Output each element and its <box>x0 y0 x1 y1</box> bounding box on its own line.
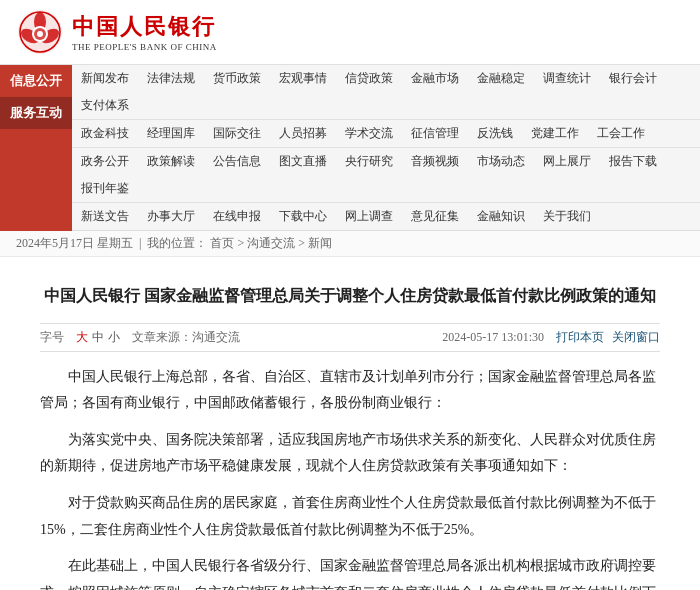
side-menu: 信息公开 服务互动 <box>0 65 72 231</box>
font-large[interactable]: 大 <box>76 329 88 346</box>
article-para-1: 中国人民银行上海总部，各省、自治区、直辖市及计划单列市分行；国家金融监督管理总局… <box>40 364 660 417</box>
logo-chinese: 中国人民银行 <box>72 12 217 42</box>
meta-right: 2024-05-17 13:01:30 打印本页 关闭窗口 <box>442 329 660 346</box>
article-para-3: 对于贷款购买商品住房的居民家庭，首套住房商业性个人住房贷款最低首付款比例调整为不… <box>40 490 660 543</box>
subnav-link[interactable]: 政金科技 <box>72 120 138 147</box>
subnav-link[interactable]: 央行研究 <box>336 148 402 175</box>
subnav-row-1: 新闻发布 法律法规 货币政策 宏观事情 信贷政策 金融市场 金融稳定 调查统计 … <box>72 65 700 120</box>
subnav-link[interactable]: 在线申报 <box>204 203 270 230</box>
breadcrumb: 2024年5月17日 星期五 | 我的位置： 首页 > 沟通交流 > 新闻 <box>0 231 700 257</box>
article-title: 中国人民银行 国家金融监督管理总局关于调整个人住房贷款最低首付款比例政策的通知 <box>40 283 660 309</box>
subnav-row-4: 新送文告 办事大厅 在线申报 下载中心 网上调查 意见征集 金融知识 关于我们 <box>72 203 700 230</box>
svg-point-7 <box>37 31 43 37</box>
breadcrumb-date: 2024年5月17日 星期五 <box>16 236 133 250</box>
breadcrumb-home[interactable]: 首页 <box>210 236 234 250</box>
subnav-link[interactable]: 金融知识 <box>468 203 534 230</box>
main-content: 中国人民银行 国家金融监督管理总局关于调整个人住房贷款最低首付款比例政策的通知 … <box>0 257 700 590</box>
source-label: 文章来源：沟通交流 <box>132 329 240 346</box>
subnav-link[interactable]: 金融市场 <box>402 65 468 92</box>
subnav-link[interactable]: 人员招募 <box>270 120 336 147</box>
subnav-link[interactable]: 图文直播 <box>270 148 336 175</box>
subnav-link[interactable]: 政务公开 <box>72 148 138 175</box>
subnav-link[interactable]: 党建工作 <box>522 120 588 147</box>
logo-emblem <box>16 8 64 56</box>
font-size-controls: 大 中 小 <box>76 329 120 346</box>
subnav-link[interactable]: 下载中心 <box>270 203 336 230</box>
side-menu-info[interactable]: 信息公开 <box>0 65 72 97</box>
breadcrumb-path3[interactable]: 新闻 <box>308 236 332 250</box>
subnav-link[interactable]: 信贷政策 <box>336 65 402 92</box>
subnav-link[interactable]: 工会工作 <box>588 120 654 147</box>
subnav-link[interactable]: 新送文告 <box>72 203 138 230</box>
subnav-row-2: 政金科技 经理国库 国际交往 人员招募 学术交流 征信管理 反洗钱 党建工作 工… <box>72 120 700 148</box>
breadcrumb-sep2: > <box>298 236 308 250</box>
meta-left: 字号 大 中 小 文章来源：沟通交流 <box>40 329 240 346</box>
close-link[interactable]: 关闭窗口 <box>612 329 660 346</box>
article-para-4: 在此基础上，中国人民银行各省级分行、国家金融监督管理总局各派出机构根据城市政府调… <box>40 553 660 590</box>
meta-actions: 打印本页 关闭窗口 <box>556 329 660 346</box>
site-header: 中国人民银行 THE PEOPLE'S BANK OF CHINA <box>0 0 700 65</box>
subnav-link[interactable]: 调查统计 <box>534 65 600 92</box>
font-small[interactable]: 小 <box>108 329 120 346</box>
subnav-link[interactable]: 办事大厅 <box>138 203 204 230</box>
side-menu-service[interactable]: 服务互动 <box>0 97 72 129</box>
subnav-link[interactable]: 网上调查 <box>336 203 402 230</box>
font-medium[interactable]: 中 <box>92 329 104 346</box>
subnav-link[interactable]: 公告信息 <box>204 148 270 175</box>
subnav-link[interactable]: 报告下载 <box>600 148 666 175</box>
subnav-link[interactable]: 经理国库 <box>138 120 204 147</box>
article-para-2: 为落实党中央、国务院决策部署，适应我国房地产市场供求关系的新变化、人民群众对优质… <box>40 427 660 480</box>
subnav-link[interactable]: 报刊年鉴 <box>72 175 138 202</box>
subnav-link[interactable]: 征信管理 <box>402 120 468 147</box>
font-size-label: 字号 <box>40 329 64 346</box>
logo: 中国人民银行 THE PEOPLE'S BANK OF CHINA <box>16 8 217 56</box>
subnav-link[interactable]: 金融稳定 <box>468 65 534 92</box>
sub-navigation: 新闻发布 法律法规 货币政策 宏观事情 信贷政策 金融市场 金融稳定 调查统计 … <box>72 65 700 231</box>
logo-text: 中国人民银行 THE PEOPLE'S BANK OF CHINA <box>72 12 217 52</box>
subnav-link[interactable]: 关于我们 <box>534 203 600 230</box>
article-meta: 字号 大 中 小 文章来源：沟通交流 2024-05-17 13:01:30 打… <box>40 323 660 352</box>
nav-section: 信息公开 服务互动 新闻发布 法律法规 货币政策 宏观事情 信贷政策 金融市场 … <box>0 65 700 231</box>
subnav-link[interactable]: 银行会计 <box>600 65 666 92</box>
subnav-link[interactable]: 支付体系 <box>72 92 138 119</box>
breadcrumb-prefix: 我的位置： <box>147 236 207 250</box>
logo-english: THE PEOPLE'S BANK OF CHINA <box>72 42 217 52</box>
print-link[interactable]: 打印本页 <box>556 329 604 346</box>
subnav-link[interactable]: 学术交流 <box>336 120 402 147</box>
subnav-link[interactable]: 市场动态 <box>468 148 534 175</box>
article-datetime: 2024-05-17 13:01:30 <box>442 330 544 345</box>
breadcrumb-path2[interactable]: 沟通交流 <box>247 236 295 250</box>
breadcrumb-sep1: > <box>237 236 247 250</box>
subnav-link[interactable]: 宏观事情 <box>270 65 336 92</box>
subnav-link[interactable]: 法律法规 <box>138 65 204 92</box>
subnav-link[interactable]: 反洗钱 <box>468 120 522 147</box>
article-body: 中国人民银行上海总部，各省、自治区、直辖市及计划单列市分行；国家金融监督管理总局… <box>40 364 660 590</box>
subnav-link[interactable]: 新闻发布 <box>72 65 138 92</box>
subnav-link[interactable]: 政策解读 <box>138 148 204 175</box>
subnav-row-3: 政务公开 政策解读 公告信息 图文直播 央行研究 音频视频 市场动态 网上展厅 … <box>72 148 700 203</box>
subnav-link[interactable]: 国际交往 <box>204 120 270 147</box>
subnav-link[interactable]: 音频视频 <box>402 148 468 175</box>
subnav-link[interactable]: 网上展厅 <box>534 148 600 175</box>
subnav-link[interactable]: 意见征集 <box>402 203 468 230</box>
subnav-link[interactable]: 货币政策 <box>204 65 270 92</box>
